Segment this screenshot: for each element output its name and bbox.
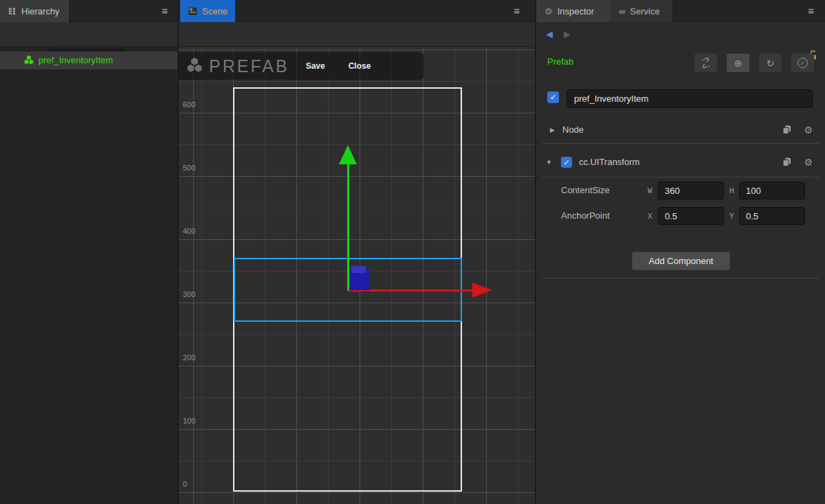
section-divider	[542, 143, 820, 144]
inspector-gear-icon: ⚙	[544, 6, 553, 17]
uitransform-section-header[interactable]: ▼ ✓ cc.UITransform ⚙	[536, 152, 825, 173]
node-section-label: Node	[562, 120, 584, 140]
hierarchy-item-pref-inventoryitem[interactable]: pref_InventoryItem	[0, 52, 177, 69]
scene-toolbar: ☀ Default De... ▾ ▾ ⚙ ▾	[179, 22, 535, 47]
node-name-input[interactable]	[566, 89, 813, 108]
check-circle-icon: ✓	[798, 58, 808, 68]
restore-prefab-button[interactable]: ↻	[759, 54, 782, 72]
tab-hierarchy[interactable]: Hierarchy	[0, 0, 69, 22]
prefab-mode-bar: PREFAB Save Close	[179, 52, 424, 80]
hierarchy-panel: Hierarchy ≡ + ▾ pref_InventoryIte	[0, 0, 177, 504]
contentsize-label: ContentSize	[561, 182, 610, 199]
add-component-button[interactable]: Add Component	[632, 252, 730, 270]
uitransform-enabled-checkbox[interactable]: ✓	[561, 157, 572, 168]
section-divider	[542, 278, 820, 278]
prefab-mode-cube-icon	[186, 57, 204, 75]
hierarchy-menu-icon[interactable]: ≡	[162, 0, 168, 22]
inspector-tabbar: ⚙ Inspector ∞ Service ≡	[536, 0, 825, 22]
scene-tabbar: Scene ≡	[179, 0, 535, 22]
ruler-label: 600	[183, 100, 204, 109]
unlink-prefab-button[interactable]	[694, 54, 717, 72]
gizmo-y-arrowhead[interactable]	[339, 145, 357, 164]
scene-viewport[interactable]: 6005004003002001000 PREFAB Save Close	[179, 47, 535, 504]
anchorpoint-x-label: X	[648, 212, 652, 221]
inspector-menu-icon[interactable]: ≡	[808, 0, 814, 22]
anchorpoint-x-input[interactable]	[658, 207, 724, 225]
section-divider	[542, 177, 820, 177]
anchorpoint-row: AnchorPoint X Y	[536, 207, 825, 225]
node-gear-icon[interactable]: ⚙	[804, 124, 813, 135]
ruler-label: 300	[183, 290, 204, 298]
uitransform-collapse-icon[interactable]: ▼	[546, 152, 552, 173]
anchorpoint-label: AnchorPoint	[561, 207, 610, 225]
scene-menu-icon[interactable]: ≡	[514, 0, 520, 22]
history-back-button[interactable]: ◀	[546, 22, 553, 47]
scene-tab-label: Scene	[202, 6, 228, 17]
hierarchy-toolbar: + ▾	[0, 22, 177, 47]
contentsize-w-label: W	[648, 186, 652, 195]
prefab-cube-icon	[23, 55, 34, 66]
scene-image-icon	[188, 7, 197, 16]
anchorpoint-y-label: Y	[729, 212, 734, 221]
inspector-tab-label: Inspector	[558, 6, 594, 17]
contentsize-h-label: H	[729, 186, 734, 195]
prefab-asset-label: Prefab	[547, 56, 573, 67]
inspector-navrow: ◀ ▶	[536, 22, 825, 47]
contentsize-row: ContentSize W H	[536, 182, 825, 199]
prefab-mode-title: PREFAB	[209, 56, 289, 76]
contentsize-w-input[interactable]	[658, 182, 724, 199]
ruler-label: 100	[183, 417, 204, 425]
hierarchy-tab-label: Hierarchy	[21, 6, 60, 17]
hierarchy-tabbar: Hierarchy ≡	[0, 0, 177, 22]
service-link-icon: ∞	[619, 6, 625, 17]
gizmo-center-handle-highlight	[351, 266, 366, 273]
inspector-panel: ⚙ Inspector ∞ Service ≡ ◀ ▶ Prefab ⊕ ↻ ✓…	[536, 0, 825, 504]
hierarchy-item-label: pref_InventoryItem	[38, 52, 113, 69]
prefab-close-button[interactable]: Close	[349, 61, 371, 71]
service-tab-label: Service	[630, 6, 659, 17]
locate-prefab-button[interactable]: ⊕	[727, 54, 749, 72]
node-copy-icon[interactable]	[782, 124, 792, 135]
ruler-label: 0	[183, 480, 204, 488]
uitransform-copy-icon[interactable]	[782, 157, 792, 167]
history-forward-button[interactable]: ▶	[564, 22, 571, 47]
prefab-save-button[interactable]: Save	[306, 61, 325, 71]
ruler-label: 500	[183, 164, 204, 172]
tab-inspector[interactable]: ⚙ Inspector	[536, 0, 610, 22]
hierarchy-tree-icon	[8, 7, 16, 15]
node-section-header[interactable]: ▶ Node ⚙	[536, 120, 825, 140]
gizmo-x-arrowhead[interactable]	[472, 283, 492, 298]
node-active-checkbox[interactable]: ✓	[547, 91, 559, 103]
contentsize-h-input[interactable]	[739, 182, 805, 199]
uitransform-section-label: cc.UITransform	[579, 152, 639, 173]
tab-scene[interactable]: Scene	[180, 0, 235, 22]
node-collapse-icon[interactable]: ▶	[550, 120, 555, 140]
uitransform-gear-icon[interactable]: ⚙	[804, 157, 813, 168]
scene-panel: Scene ≡ ☀ Default De...	[179, 0, 535, 504]
tab-service[interactable]: ∞ Service	[610, 0, 672, 22]
ruler-label: 400	[183, 227, 204, 235]
cocos-editor-window: Hierarchy ≡ + ▾ pref_InventoryIte	[0, 0, 825, 504]
apply-prefab-button[interactable]: ✓	[791, 54, 814, 72]
ruler-label: 200	[183, 353, 204, 362]
anchorpoint-y-input[interactable]	[739, 207, 805, 225]
